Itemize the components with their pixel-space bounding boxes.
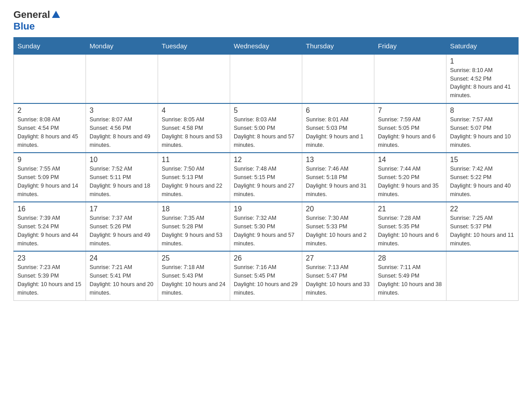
day-number: 13 <box>306 156 370 164</box>
day-info: Sunrise: 8:10 AMSunset: 4:52 PMDaylight:… <box>450 66 515 100</box>
calendar-week-row: 1Sunrise: 8:10 AMSunset: 4:52 PMDaylight… <box>14 54 519 103</box>
day-number: 8 <box>450 107 515 115</box>
calendar-week-row: 9Sunrise: 7:55 AMSunset: 5:09 PMDaylight… <box>14 153 519 202</box>
weekday-header-thursday: Thursday <box>302 37 374 54</box>
day-number: 17 <box>90 205 154 213</box>
weekday-header-saturday: Saturday <box>446 37 519 54</box>
day-info: Sunrise: 8:07 AMSunset: 4:56 PMDaylight:… <box>90 116 154 149</box>
calendar-cell: 7Sunrise: 7:59 AMSunset: 5:05 PMDaylight… <box>374 103 446 153</box>
day-info: Sunrise: 7:57 AMSunset: 5:07 PMDaylight:… <box>450 116 515 149</box>
calendar-cell <box>14 54 86 103</box>
day-info: Sunrise: 7:59 AMSunset: 5:05 PMDaylight:… <box>378 116 442 149</box>
day-info: Sunrise: 7:55 AMSunset: 5:09 PMDaylight:… <box>17 165 82 198</box>
day-number: 6 <box>306 107 370 115</box>
day-info: Sunrise: 7:42 AMSunset: 5:22 PMDaylight:… <box>450 165 515 198</box>
weekday-header-wednesday: Wednesday <box>230 37 302 54</box>
day-number: 24 <box>90 254 154 262</box>
day-number: 3 <box>90 107 154 115</box>
calendar-cell: 4Sunrise: 8:05 AMSunset: 4:58 PMDaylight… <box>158 103 230 153</box>
day-info: Sunrise: 8:03 AMSunset: 5:00 PMDaylight:… <box>234 116 298 149</box>
calendar-cell <box>374 54 446 103</box>
weekday-header-row: SundayMondayTuesdayWednesdayThursdayFrid… <box>14 37 519 54</box>
day-number: 5 <box>234 107 298 115</box>
day-number: 23 <box>17 254 82 262</box>
calendar-cell: 24Sunrise: 7:21 AMSunset: 5:41 PMDayligh… <box>86 251 158 300</box>
day-number: 7 <box>378 107 442 115</box>
calendar-cell: 3Sunrise: 8:07 AMSunset: 4:56 PMDaylight… <box>86 103 158 153</box>
page-header: General Blue <box>13 9 519 33</box>
day-number: 2 <box>17 107 82 115</box>
calendar-cell <box>302 54 374 103</box>
calendar-week-row: 16Sunrise: 7:39 AMSunset: 5:24 PMDayligh… <box>14 202 519 251</box>
day-info: Sunrise: 7:30 AMSunset: 5:33 PMDaylight:… <box>306 214 370 248</box>
day-number: 14 <box>378 156 442 164</box>
calendar-cell: 19Sunrise: 7:32 AMSunset: 5:30 PMDayligh… <box>230 202 302 251</box>
logo-triangle-icon <box>52 11 60 18</box>
logo: General Blue <box>13 9 60 33</box>
day-info: Sunrise: 7:25 AMSunset: 5:37 PMDaylight:… <box>450 214 515 248</box>
day-number: 16 <box>17 205 82 213</box>
calendar-cell: 18Sunrise: 7:35 AMSunset: 5:28 PMDayligh… <box>158 202 230 251</box>
day-info: Sunrise: 7:23 AMSunset: 5:39 PMDaylight:… <box>17 263 82 297</box>
day-info: Sunrise: 7:52 AMSunset: 5:11 PMDaylight:… <box>90 165 154 198</box>
calendar-cell: 11Sunrise: 7:50 AMSunset: 5:13 PMDayligh… <box>158 153 230 202</box>
calendar-cell: 22Sunrise: 7:25 AMSunset: 5:37 PMDayligh… <box>446 202 519 251</box>
calendar-cell: 15Sunrise: 7:42 AMSunset: 5:22 PMDayligh… <box>446 153 519 202</box>
day-info: Sunrise: 7:28 AMSunset: 5:35 PMDaylight:… <box>378 214 442 248</box>
day-number: 12 <box>234 156 298 164</box>
day-info: Sunrise: 7:50 AMSunset: 5:13 PMDaylight:… <box>162 165 226 198</box>
calendar-week-row: 2Sunrise: 8:08 AMSunset: 4:54 PMDaylight… <box>14 103 519 153</box>
day-number: 11 <box>162 156 226 164</box>
weekday-header-monday: Monday <box>86 37 158 54</box>
calendar-cell: 1Sunrise: 8:10 AMSunset: 4:52 PMDaylight… <box>446 54 519 103</box>
calendar-cell: 2Sunrise: 8:08 AMSunset: 4:54 PMDaylight… <box>14 103 86 153</box>
calendar-cell: 17Sunrise: 7:37 AMSunset: 5:26 PMDayligh… <box>86 202 158 251</box>
weekday-header-tuesday: Tuesday <box>158 37 230 54</box>
day-info: Sunrise: 7:11 AMSunset: 5:49 PMDaylight:… <box>378 263 442 297</box>
day-number: 4 <box>162 107 226 115</box>
calendar-cell <box>158 54 230 103</box>
calendar-cell: 9Sunrise: 7:55 AMSunset: 5:09 PMDaylight… <box>14 153 86 202</box>
day-info: Sunrise: 7:46 AMSunset: 5:18 PMDaylight:… <box>306 165 370 198</box>
calendar-cell: 10Sunrise: 7:52 AMSunset: 5:11 PMDayligh… <box>86 153 158 202</box>
day-info: Sunrise: 8:01 AMSunset: 5:03 PMDaylight:… <box>306 116 370 149</box>
logo-general-text: General <box>13 9 50 21</box>
calendar-cell: 23Sunrise: 7:23 AMSunset: 5:39 PMDayligh… <box>14 251 86 300</box>
day-info: Sunrise: 7:13 AMSunset: 5:47 PMDaylight:… <box>306 263 370 297</box>
calendar-cell: 26Sunrise: 7:16 AMSunset: 5:45 PMDayligh… <box>230 251 302 300</box>
day-info: Sunrise: 7:18 AMSunset: 5:43 PMDaylight:… <box>162 263 226 297</box>
day-number: 27 <box>306 254 370 262</box>
calendar-cell: 12Sunrise: 7:48 AMSunset: 5:15 PMDayligh… <box>230 153 302 202</box>
day-number: 1 <box>450 57 515 65</box>
calendar-cell: 28Sunrise: 7:11 AMSunset: 5:49 PMDayligh… <box>374 251 446 300</box>
calendar-cell: 5Sunrise: 8:03 AMSunset: 5:00 PMDaylight… <box>230 103 302 153</box>
day-info: Sunrise: 7:44 AMSunset: 5:20 PMDaylight:… <box>378 165 442 198</box>
calendar-cell: 25Sunrise: 7:18 AMSunset: 5:43 PMDayligh… <box>158 251 230 300</box>
day-info: Sunrise: 7:16 AMSunset: 5:45 PMDaylight:… <box>234 263 298 297</box>
day-info: Sunrise: 7:48 AMSunset: 5:15 PMDaylight:… <box>234 165 298 198</box>
calendar-cell: 21Sunrise: 7:28 AMSunset: 5:35 PMDayligh… <box>374 202 446 251</box>
day-number: 21 <box>378 205 442 213</box>
calendar-cell <box>230 54 302 103</box>
day-info: Sunrise: 7:32 AMSunset: 5:30 PMDaylight:… <box>234 214 298 248</box>
calendar-cell: 27Sunrise: 7:13 AMSunset: 5:47 PMDayligh… <box>302 251 374 300</box>
day-info: Sunrise: 7:37 AMSunset: 5:26 PMDaylight:… <box>90 214 154 248</box>
calendar-table: SundayMondayTuesdayWednesdayThursdayFrid… <box>13 37 519 301</box>
day-number: 26 <box>234 254 298 262</box>
day-info: Sunrise: 8:08 AMSunset: 4:54 PMDaylight:… <box>17 116 82 149</box>
day-info: Sunrise: 7:35 AMSunset: 5:28 PMDaylight:… <box>162 214 226 248</box>
day-info: Sunrise: 7:21 AMSunset: 5:41 PMDaylight:… <box>90 263 154 297</box>
weekday-header-sunday: Sunday <box>14 37 86 54</box>
day-number: 10 <box>90 156 154 164</box>
weekday-header-friday: Friday <box>374 37 446 54</box>
calendar-cell: 20Sunrise: 7:30 AMSunset: 5:33 PMDayligh… <box>302 202 374 251</box>
day-number: 28 <box>378 254 442 262</box>
calendar-cell: 8Sunrise: 7:57 AMSunset: 5:07 PMDaylight… <box>446 103 519 153</box>
calendar-cell: 16Sunrise: 7:39 AMSunset: 5:24 PMDayligh… <box>14 202 86 251</box>
day-number: 19 <box>234 205 298 213</box>
day-number: 18 <box>162 205 226 213</box>
logo-blue-text: Blue <box>13 21 60 32</box>
calendar-cell: 14Sunrise: 7:44 AMSunset: 5:20 PMDayligh… <box>374 153 446 202</box>
calendar-cell <box>446 251 519 300</box>
day-number: 9 <box>17 156 82 164</box>
